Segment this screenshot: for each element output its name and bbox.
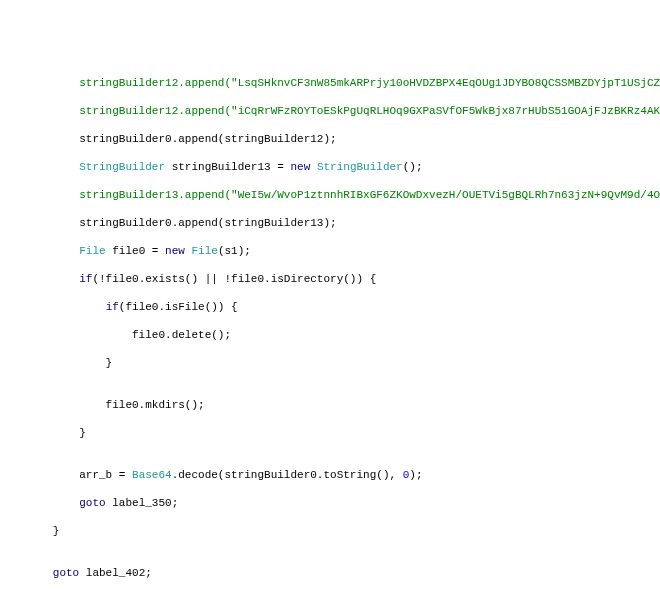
code-line: File file0 = new File(s1); (0, 244, 660, 258)
code-line: stringBuilder12.append("iCqRrWFzROYToESk… (0, 104, 660, 118)
code-line: arr_b = Base64.decode(stringBuilder0.toS… (0, 468, 660, 482)
code-line: stringBuilder12.append("LsqSHknvCF3nW85m… (0, 76, 660, 90)
code-line: goto label_350; (0, 496, 660, 510)
code-viewer: stringBuilder12.append("LsqSHknvCF3nW85m… (0, 56, 660, 589)
code-line: stringBuilder13.append("WeI5w/WvoP1ztnnh… (0, 188, 660, 202)
code-line: if(file0.isFile()) { (0, 300, 660, 314)
code-line: stringBuilder0.append(stringBuilder13); (0, 216, 660, 230)
code-line: } (0, 356, 660, 370)
code-line: goto label_402; (0, 566, 660, 580)
code-line: StringBuilder stringBuilder13 = new Stri… (0, 160, 660, 174)
code-line: file0.delete(); (0, 328, 660, 342)
code-line: if(!file0.exists() || !file0.isDirectory… (0, 272, 660, 286)
code-line: file0.mkdirs(); (0, 398, 660, 412)
code-line: } (0, 426, 660, 440)
code-line: stringBuilder0.append(stringBuilder12); (0, 132, 660, 146)
code-line: } (0, 524, 660, 538)
